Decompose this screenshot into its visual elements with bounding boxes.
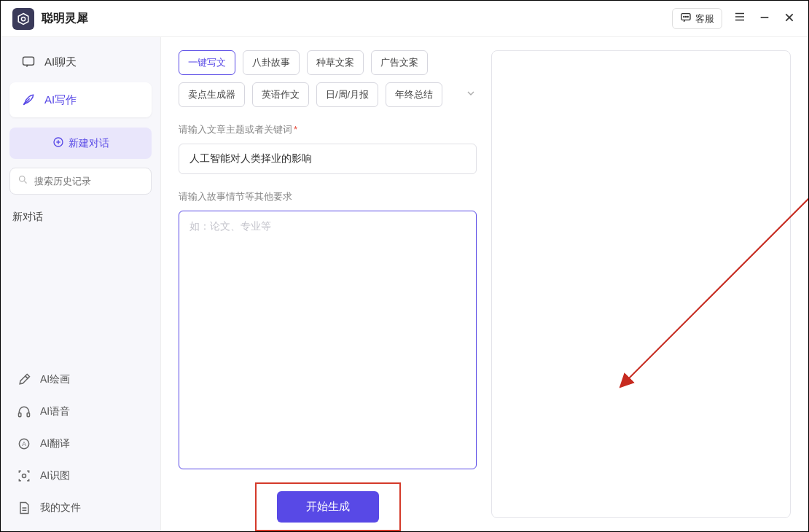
svg-point-3 (684, 16, 684, 17)
sidebar-item-label: 我的文件 (40, 501, 81, 515)
body: AI聊天 AI写作 新建对话 新对话 (1, 37, 808, 531)
sidebar-item-voice[interactable]: AI语音 (9, 396, 152, 428)
svg-point-5 (687, 16, 688, 17)
sidebar-item-draw[interactable]: AI绘画 (9, 364, 152, 396)
support-label: 客服 (695, 12, 714, 26)
topic-input[interactable] (179, 144, 477, 174)
sidebar-item-translate[interactable]: A AI翻译 (9, 428, 152, 460)
tag-year-summary[interactable]: 年终总结 (386, 82, 442, 107)
sidebar-item-files[interactable]: 我的文件 (9, 492, 152, 524)
minimize-icon[interactable] (757, 10, 772, 27)
svg-marker-0 (18, 13, 28, 24)
close-icon[interactable] (782, 10, 797, 27)
chevron-down-icon[interactable] (465, 87, 477, 102)
support-button[interactable]: 客服 (672, 8, 722, 29)
app-logo-icon (12, 8, 34, 30)
svg-rect-12 (23, 57, 34, 65)
menu-icon[interactable] (732, 10, 747, 27)
chat-icon (21, 55, 36, 69)
svg-point-1 (21, 17, 25, 20)
history-list: 新对话 (9, 203, 152, 231)
plus-circle-icon (52, 136, 64, 150)
history-item[interactable]: 新对话 (9, 203, 152, 231)
detail-label: 请输入故事情节等其他要求 (179, 190, 477, 203)
tag-seed-copy[interactable]: 种草文案 (307, 50, 364, 75)
sidebar-item-label: AI绘画 (40, 373, 70, 386)
form-column: 一键写文 八卦故事 种草文案 广告文案 卖点生成器 英语作文 日/周/月报 年终… (179, 50, 477, 518)
headphone-icon (17, 404, 31, 419)
svg-line-18 (24, 181, 26, 183)
sidebar-item-ocr[interactable]: AI识图 (9, 460, 152, 492)
search-input[interactable] (34, 176, 144, 187)
sidebar-item-label: AI写作 (44, 93, 77, 107)
sidebar-item-label: AI聊天 (44, 55, 77, 69)
detail-textarea[interactable] (179, 211, 477, 469)
tag-row: 一键写文 八卦故事 种草文案 广告文案 卖点生成器 英语作文 日/周/月报 年终… (179, 50, 477, 107)
brush-icon (17, 372, 31, 387)
sidebar-item-label: AI语音 (40, 405, 70, 418)
svg-rect-19 (19, 413, 21, 417)
titlebar: 聪明灵犀 客服 (1, 1, 808, 37)
app-title: 聪明灵犀 (42, 11, 88, 26)
svg-point-4 (685, 16, 686, 17)
chat-bubble-icon (680, 12, 692, 26)
image-scan-icon (17, 469, 31, 483)
generate-button[interactable]: 开始生成 (277, 491, 379, 523)
tag-ad-copy[interactable]: 广告文案 (371, 50, 428, 75)
file-icon (17, 501, 31, 515)
tag-selling-points[interactable]: 卖点生成器 (179, 82, 245, 107)
sidebar-item-chat[interactable]: AI聊天 (9, 44, 152, 79)
svg-text:A: A (22, 440, 26, 447)
tag-report[interactable]: 日/周/月报 (316, 82, 378, 107)
svg-point-17 (20, 176, 26, 182)
tag-english-essay[interactable]: 英语作文 (252, 82, 309, 107)
sidebar-item-write[interactable]: AI写作 (9, 82, 152, 117)
svg-rect-20 (27, 413, 29, 417)
sidebar-item-label: AI识图 (40, 469, 70, 482)
svg-point-23 (23, 474, 26, 478)
titlebar-right: 客服 (672, 8, 797, 29)
sidebar-item-label: AI翻译 (40, 437, 70, 450)
output-panel (491, 50, 791, 518)
window-controls (732, 10, 797, 27)
new-chat-button[interactable]: 新建对话 (9, 128, 152, 159)
main-content: 一键写文 八卦故事 种草文案 广告文案 卖点生成器 英语作文 日/周/月报 年终… (161, 37, 808, 531)
feather-icon (21, 93, 36, 107)
tag-one-click-write[interactable]: 一键写文 (179, 50, 235, 75)
sidebar: AI聊天 AI写作 新建对话 新对话 (1, 37, 161, 531)
translate-icon: A (17, 437, 31, 451)
tag-gossip-story[interactable]: 八卦故事 (243, 50, 300, 75)
generate-highlight-box: 开始生成 (255, 482, 401, 531)
topic-label: 请输入文章主题或者关键词* (179, 123, 477, 136)
titlebar-left: 聪明灵犀 (12, 8, 88, 30)
search-box[interactable] (9, 168, 152, 195)
search-icon (17, 174, 28, 188)
new-chat-label: 新建对话 (69, 137, 109, 150)
